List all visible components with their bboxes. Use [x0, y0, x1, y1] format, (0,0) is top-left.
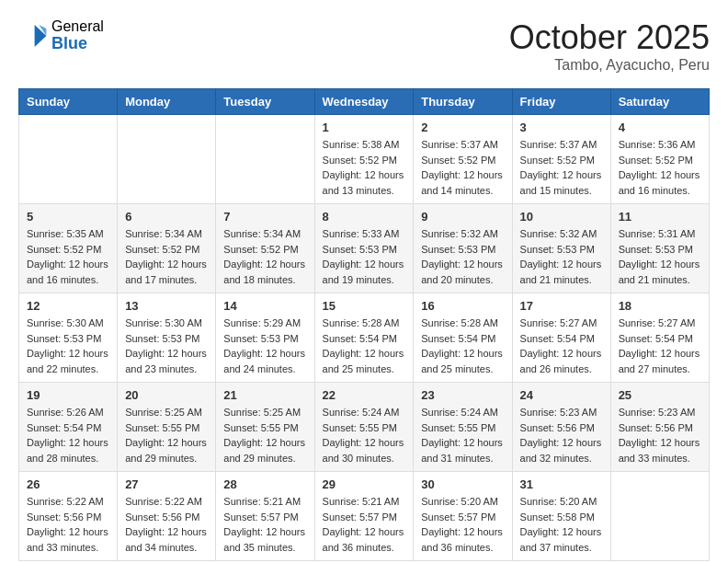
calendar-day-cell: 3Sunrise: 5:37 AMSunset: 5:52 PMDaylight… — [512, 115, 610, 204]
day-number: 18 — [619, 299, 701, 313]
day-info: Sunrise: 5:30 AMSunset: 5:53 PMDaylight:… — [125, 316, 208, 376]
day-info: Sunrise: 5:29 AMSunset: 5:53 PMDaylight:… — [223, 316, 306, 376]
day-info: Sunrise: 5:32 AMSunset: 5:53 PMDaylight:… — [520, 226, 603, 287]
calendar-day-cell: 6Sunrise: 5:34 AMSunset: 5:52 PMDaylight… — [118, 204, 216, 293]
week-row: 5Sunrise: 5:35 AMSunset: 5:52 PMDaylight… — [19, 204, 710, 293]
empty-day-cell — [118, 115, 216, 204]
empty-day-cell — [19, 115, 118, 204]
day-info: Sunrise: 5:24 AMSunset: 5:55 PMDaylight:… — [323, 405, 406, 465]
calendar-day-cell: 13Sunrise: 5:30 AMSunset: 5:53 PMDayligh… — [118, 293, 216, 383]
day-number: 28 — [223, 477, 306, 491]
calendar-day-cell: 20Sunrise: 5:25 AMSunset: 5:55 PMDayligh… — [118, 383, 216, 472]
calendar-day-cell: 7Sunrise: 5:34 AMSunset: 5:52 PMDaylight… — [216, 204, 314, 293]
day-info: Sunrise: 5:35 AMSunset: 5:52 PMDaylight:… — [27, 226, 109, 287]
weekday-header: Thursday — [414, 89, 512, 115]
weekday-header: Wednesday — [314, 89, 414, 115]
day-number: 26 — [27, 477, 109, 491]
calendar-day-cell: 26Sunrise: 5:22 AMSunset: 5:56 PMDayligh… — [19, 472, 118, 561]
calendar-day-cell: 11Sunrise: 5:31 AMSunset: 5:53 PMDayligh… — [610, 204, 709, 293]
day-number: 2 — [421, 121, 504, 134]
empty-day-cell — [216, 115, 314, 204]
day-info: Sunrise: 5:24 AMSunset: 5:55 PMDaylight:… — [421, 405, 504, 465]
day-number: 14 — [223, 299, 306, 313]
day-info: Sunrise: 5:30 AMSunset: 5:53 PMDaylight:… — [27, 316, 109, 376]
calendar-day-cell: 9Sunrise: 5:32 AMSunset: 5:53 PMDaylight… — [414, 204, 512, 293]
weekday-header: Saturday — [610, 89, 709, 115]
day-number: 27 — [125, 477, 208, 491]
day-info: Sunrise: 5:21 AMSunset: 5:57 PMDaylight:… — [223, 494, 306, 555]
day-info: Sunrise: 5:32 AMSunset: 5:53 PMDaylight:… — [421, 226, 504, 287]
day-number: 24 — [520, 388, 603, 402]
day-info: Sunrise: 5:22 AMSunset: 5:56 PMDaylight:… — [125, 494, 208, 555]
calendar-day-cell: 15Sunrise: 5:28 AMSunset: 5:54 PMDayligh… — [314, 293, 414, 383]
week-row: 19Sunrise: 5:26 AMSunset: 5:54 PMDayligh… — [19, 383, 710, 472]
day-info: Sunrise: 5:20 AMSunset: 5:58 PMDaylight:… — [520, 494, 603, 555]
day-info: Sunrise: 5:34 AMSunset: 5:52 PMDaylight:… — [125, 226, 208, 287]
calendar-day-cell: 5Sunrise: 5:35 AMSunset: 5:52 PMDaylight… — [19, 204, 118, 293]
calendar-header-row: SundayMondayTuesdayWednesdayThursdayFrid… — [19, 89, 710, 115]
week-row: 12Sunrise: 5:30 AMSunset: 5:53 PMDayligh… — [19, 293, 710, 383]
day-number: 5 — [27, 210, 109, 224]
weekday-header: Sunday — [19, 89, 118, 115]
day-info: Sunrise: 5:36 AMSunset: 5:52 PMDaylight:… — [619, 137, 701, 198]
day-number: 13 — [125, 299, 208, 313]
week-row: 26Sunrise: 5:22 AMSunset: 5:56 PMDayligh… — [19, 472, 710, 561]
calendar-day-cell: 17Sunrise: 5:27 AMSunset: 5:54 PMDayligh… — [512, 293, 610, 383]
day-info: Sunrise: 5:33 AMSunset: 5:53 PMDaylight:… — [323, 226, 406, 287]
logo-icon — [18, 21, 48, 51]
day-number: 19 — [27, 388, 109, 402]
calendar-day-cell: 27Sunrise: 5:22 AMSunset: 5:56 PMDayligh… — [118, 472, 216, 561]
day-number: 6 — [125, 210, 208, 224]
day-number: 12 — [27, 299, 109, 313]
day-info: Sunrise: 5:28 AMSunset: 5:54 PMDaylight:… — [323, 316, 406, 376]
day-number: 16 — [421, 299, 504, 313]
day-number: 20 — [125, 388, 208, 402]
calendar-day-cell: 4Sunrise: 5:36 AMSunset: 5:52 PMDaylight… — [610, 115, 709, 204]
weekday-header: Friday — [512, 89, 610, 115]
calendar-day-cell: 8Sunrise: 5:33 AMSunset: 5:53 PMDaylight… — [314, 204, 414, 293]
day-number: 23 — [421, 388, 504, 402]
weekday-header: Monday — [118, 89, 216, 115]
week-row: 1Sunrise: 5:38 AMSunset: 5:52 PMDaylight… — [19, 115, 710, 204]
calendar-day-cell: 19Sunrise: 5:26 AMSunset: 5:54 PMDayligh… — [19, 383, 118, 472]
day-info: Sunrise: 5:38 AMSunset: 5:52 PMDaylight:… — [323, 137, 406, 198]
day-info: Sunrise: 5:27 AMSunset: 5:54 PMDaylight:… — [619, 316, 701, 376]
calendar-day-cell: 21Sunrise: 5:25 AMSunset: 5:55 PMDayligh… — [216, 383, 314, 472]
day-number: 29 — [323, 477, 406, 491]
day-number: 11 — [619, 210, 701, 224]
day-info: Sunrise: 5:23 AMSunset: 5:56 PMDaylight:… — [520, 405, 603, 465]
logo-blue: Blue — [51, 35, 104, 53]
day-info: Sunrise: 5:22 AMSunset: 5:56 PMDaylight:… — [27, 494, 109, 555]
calendar-day-cell: 14Sunrise: 5:29 AMSunset: 5:53 PMDayligh… — [216, 293, 314, 383]
calendar-day-cell: 29Sunrise: 5:21 AMSunset: 5:57 PMDayligh… — [314, 472, 414, 561]
day-number: 3 — [520, 121, 603, 134]
calendar-day-cell: 23Sunrise: 5:24 AMSunset: 5:55 PMDayligh… — [414, 383, 512, 472]
logo-text: General Blue — [51, 18, 104, 52]
calendar-day-cell: 24Sunrise: 5:23 AMSunset: 5:56 PMDayligh… — [512, 383, 610, 472]
day-info: Sunrise: 5:27 AMSunset: 5:54 PMDaylight:… — [520, 316, 603, 376]
day-number: 4 — [619, 121, 701, 134]
day-info: Sunrise: 5:23 AMSunset: 5:56 PMDaylight:… — [619, 405, 701, 465]
page-header: General Blue October 2025 Tambo, Ayacuch… — [18, 18, 710, 74]
day-number: 1 — [323, 121, 406, 134]
calendar-day-cell: 1Sunrise: 5:38 AMSunset: 5:52 PMDaylight… — [314, 115, 414, 204]
location-title: Tambo, Ayacucho, Peru — [509, 57, 710, 74]
day-number: 9 — [421, 210, 504, 224]
calendar-day-cell: 31Sunrise: 5:20 AMSunset: 5:58 PMDayligh… — [512, 472, 610, 561]
day-number: 25 — [619, 388, 701, 402]
calendar-day-cell: 30Sunrise: 5:20 AMSunset: 5:57 PMDayligh… — [414, 472, 512, 561]
calendar-day-cell: 10Sunrise: 5:32 AMSunset: 5:53 PMDayligh… — [512, 204, 610, 293]
logo: General Blue — [18, 18, 104, 52]
calendar-table: SundayMondayTuesdayWednesdayThursdayFrid… — [18, 88, 710, 561]
weekday-header: Tuesday — [216, 89, 314, 115]
day-number: 17 — [520, 299, 603, 313]
day-info: Sunrise: 5:20 AMSunset: 5:57 PMDaylight:… — [421, 494, 504, 555]
day-number: 8 — [323, 210, 406, 224]
day-number: 7 — [223, 210, 306, 224]
day-info: Sunrise: 5:28 AMSunset: 5:54 PMDaylight:… — [421, 316, 504, 376]
day-info: Sunrise: 5:21 AMSunset: 5:57 PMDaylight:… — [323, 494, 406, 555]
calendar-day-cell: 12Sunrise: 5:30 AMSunset: 5:53 PMDayligh… — [19, 293, 118, 383]
logo-general: General — [51, 18, 104, 35]
day-number: 15 — [323, 299, 406, 313]
day-info: Sunrise: 5:37 AMSunset: 5:52 PMDaylight:… — [520, 137, 603, 198]
